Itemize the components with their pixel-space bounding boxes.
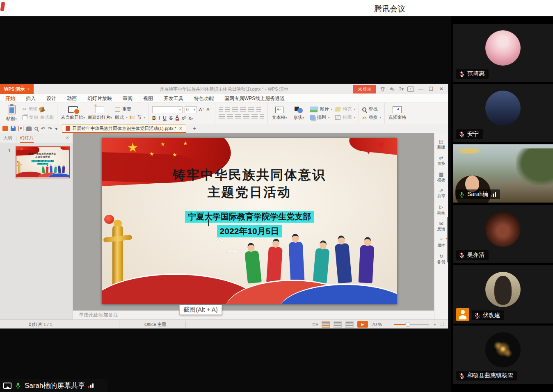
participant-tile-active-speaker[interactable]: Sarah楠 xyxy=(453,144,553,203)
redo-icon[interactable]: ↷ xyxy=(48,126,52,132)
find-button[interactable]: 查找 xyxy=(368,106,377,112)
participant-tile[interactable]: 伏改建 xyxy=(453,265,553,324)
outline-button[interactable]: 轮廓 xyxy=(343,114,352,121)
save-icon[interactable] xyxy=(11,126,16,131)
paste-button[interactable]: 粘贴▾ xyxy=(3,105,20,122)
align-right-icon[interactable] xyxy=(235,114,241,119)
strikethrough-button[interactable]: S xyxy=(169,115,173,121)
shapes-button[interactable]: 形状▾ xyxy=(290,106,307,121)
shrink-font-button[interactable]: A⁻ xyxy=(206,107,212,112)
cut-button[interactable]: 剪切 xyxy=(28,106,37,112)
italic-button[interactable]: I xyxy=(159,115,160,121)
layout-button[interactable]: 版式 xyxy=(115,114,124,121)
menu-tab-view[interactable]: 视图 xyxy=(138,94,158,103)
new-slide-button[interactable]: 新建幻灯片▾ xyxy=(88,107,112,121)
distribute-icon[interactable] xyxy=(251,114,258,119)
sidebar-item-new[interactable]: ▤新建 xyxy=(437,139,446,150)
align-center-icon[interactable] xyxy=(227,114,233,119)
menu-tab-service-channel[interactable]: 国网专属WPS线上服务通道 xyxy=(219,94,290,103)
underline-button[interactable]: U xyxy=(163,115,167,121)
zoom-slider[interactable] xyxy=(394,324,429,325)
panel-tab-slides[interactable]: 幻灯片 xyxy=(20,135,34,143)
line-spacing-icon[interactable] xyxy=(260,114,264,119)
align-left-icon[interactable] xyxy=(219,114,225,119)
justify-icon[interactable] xyxy=(243,114,249,119)
superscript-button[interactable]: x² xyxy=(182,115,186,121)
theme-skin-icon[interactable] xyxy=(380,87,386,92)
export-pdf-icon[interactable] xyxy=(18,126,23,131)
menu-tab-devtools[interactable]: 开发工具 xyxy=(158,94,189,103)
wps-app-tab[interactable]: WPS 演示 xyxy=(0,84,34,94)
subscript-button[interactable]: x₂ xyxy=(189,115,193,121)
slideshow-play-button[interactable]: ▶ xyxy=(357,321,368,328)
zoom-in-icon[interactable]: ＋ xyxy=(432,321,437,328)
participant-tile[interactable]: 吴亦清 xyxy=(453,205,553,263)
participant-tile[interactable]: 安宁 xyxy=(453,84,553,142)
normal-view-button[interactable] xyxy=(322,321,330,328)
selection-pane-button[interactable]: 选择窗格 xyxy=(388,106,406,121)
reading-view-button[interactable] xyxy=(345,321,354,328)
minimize-button[interactable]: — xyxy=(418,86,424,92)
section-button[interactable]: 节 xyxy=(137,114,142,121)
sidebar-item-template[interactable]: ▦模板 xyxy=(437,172,446,183)
file-menu-icon[interactable] xyxy=(2,126,8,131)
panel-close-icon[interactable]: ✕ xyxy=(66,135,69,141)
sidebar-item-feedback[interactable]: ✉反馈 xyxy=(437,221,446,232)
maximize-button[interactable]: ❐ xyxy=(428,86,434,92)
login-button[interactable]: 未登录 xyxy=(353,85,376,93)
fill-button[interactable]: 填充 xyxy=(343,106,352,112)
close-document-icon[interactable]: ✕ xyxy=(179,126,183,131)
reset-button[interactable]: 重置 xyxy=(122,106,131,112)
font-color-button[interactable]: A xyxy=(176,115,179,121)
fit-to-window-icon[interactable]: ⛶ xyxy=(441,322,444,327)
bullet-list-icon[interactable] xyxy=(219,107,223,112)
new-document-tab-icon[interactable]: ＋ xyxy=(192,125,197,132)
print-preview-icon[interactable] xyxy=(34,127,38,130)
undo-icon[interactable]: ↶ xyxy=(41,126,45,132)
menu-tab-home[interactable]: 开始 xyxy=(0,94,21,103)
grow-font-button[interactable]: A⁺ xyxy=(199,107,204,112)
menu-tab-review[interactable]: 审阅 xyxy=(117,94,138,103)
increase-indent-icon[interactable] xyxy=(240,107,246,112)
columns-icon[interactable] xyxy=(248,107,254,112)
text-box-button[interactable]: 文本框▾ xyxy=(271,107,288,121)
zoom-out-icon[interactable]: — xyxy=(386,322,390,327)
help-icon[interactable]: ?▾ xyxy=(399,87,404,92)
slide-subtitle-date[interactable]: 2022年10月5日 xyxy=(102,225,397,237)
collapse-ribbon-icon[interactable]: ↑ xyxy=(407,87,414,92)
bold-button[interactable]: B xyxy=(152,115,156,121)
feedback-icon[interactable] xyxy=(389,87,395,92)
slide-thumbnail[interactable]: ★ ♥ 铸牢中华民族共同体意识主题党日活动 宁夏大学国际教育学院学生党支部 20… xyxy=(16,146,70,178)
print-icon[interactable] xyxy=(26,127,32,131)
decrease-indent-icon[interactable] xyxy=(232,107,238,112)
menu-tab-design[interactable]: 设计 xyxy=(41,94,62,103)
copy-button[interactable]: 复制 xyxy=(29,114,38,121)
font-size-combobox[interactable]: 0▾ xyxy=(185,106,197,113)
menu-tab-special[interactable]: 特色功能 xyxy=(189,94,219,103)
menu-tab-animation[interactable]: 动画 xyxy=(62,94,82,103)
sidebar-item-share[interactable]: ⇗分享 xyxy=(437,188,446,199)
notes-toggle-icon[interactable]: ≣▾ xyxy=(312,322,318,327)
slide-canvas[interactable]: ★ ★ ★ ★ ★ ♥ ♥ 铸牢中华民族共同体意识 主题党日活动 宁夏大学国际教… xyxy=(102,138,397,304)
arrange-button[interactable]: 排列 xyxy=(317,114,326,121)
slide-title[interactable]: 铸牢中华民族共同体意识 主题党日活动 xyxy=(102,166,397,201)
notes-input[interactable]: 单击此处添加备注 xyxy=(73,310,434,319)
toolbar-collapse-arrow-icon[interactable] xyxy=(444,237,448,241)
participant-tile[interactable]: 和硕县曲惠镇杨雪 xyxy=(453,326,553,384)
participant-tile[interactable]: 范琦惠 xyxy=(453,24,553,82)
numbered-list-icon[interactable] xyxy=(225,107,230,112)
menu-tab-insert[interactable]: 插入 xyxy=(21,94,41,103)
picture-button[interactable]: 图片 xyxy=(320,106,329,112)
zoom-slider-knob[interactable] xyxy=(405,322,410,327)
sidebar-item-switch[interactable]: ⇄切换 xyxy=(437,155,446,166)
format-painter-button[interactable]: 格式刷 xyxy=(40,114,54,121)
sidebar-item-backup[interactable]: ↻备份 xyxy=(437,254,446,265)
play-from-current-button[interactable]: 从当前开始▾ xyxy=(61,106,85,121)
quick-access-dropdown-icon[interactable]: ▾ xyxy=(55,126,57,132)
menu-tab-slideshow[interactable]: 幻灯片放映 xyxy=(82,94,117,103)
document-tab[interactable]: 开展铸牢中华民族共同体意识主体党日活动(1).pptx * ✕ xyxy=(62,124,186,133)
text-direction-icon[interactable] xyxy=(256,107,261,112)
close-button[interactable]: ✕ xyxy=(438,86,445,92)
font-name-combobox[interactable]: ▾ xyxy=(152,106,183,113)
slide-subtitle-org[interactable]: 宁夏大学国际教育学院学生党支部 xyxy=(102,211,397,223)
